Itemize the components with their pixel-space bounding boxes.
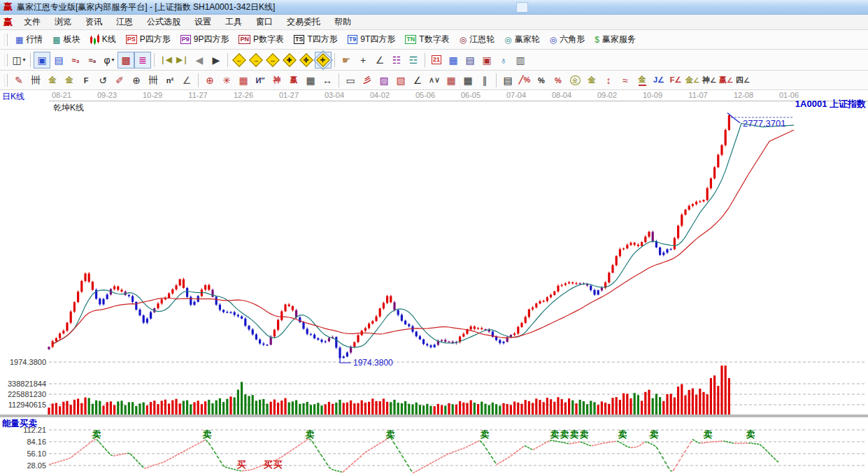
calendar-button[interactable]: 21 bbox=[428, 52, 445, 68]
gold-lines-button[interactable]: 金 bbox=[583, 72, 600, 89]
kline-button[interactable]: K线 bbox=[85, 31, 121, 48]
chart-canvas[interactable]: 08-2109-2310-2911-2712-2601-2703-0404-02… bbox=[0, 90, 868, 476]
sectors-button[interactable]: ▩板块 bbox=[48, 31, 85, 48]
pane-splitter[interactable] bbox=[0, 414, 868, 417]
menu-item-设置[interactable]: 设置 bbox=[187, 14, 218, 30]
zoom-horizontal-button[interactable]: ↔ bbox=[264, 52, 281, 68]
menu-item-交易委托[interactable]: 交易委托 bbox=[280, 14, 327, 30]
toolbar-grip[interactable] bbox=[4, 54, 8, 66]
f10-info-button[interactable]: ▤ bbox=[50, 52, 67, 68]
9t-square-button[interactable]: T99T四方形 bbox=[343, 31, 401, 48]
winner-service-button[interactable]: $赢家服务 bbox=[590, 31, 641, 48]
menu-item-工具[interactable]: 工具 bbox=[218, 14, 249, 30]
zigzag-tool-button[interactable]: ∧∨ bbox=[426, 72, 443, 89]
grid-dense-button[interactable]: ▦ bbox=[460, 72, 476, 89]
p-number-table-button[interactable]: PNP数字表 bbox=[234, 31, 289, 48]
f-angle-button[interactable]: F∠ bbox=[667, 72, 684, 89]
box-frame-button[interactable]: ▭ bbox=[342, 72, 359, 89]
titlebar-mini-button[interactable] bbox=[516, 2, 528, 13]
gold-under-red-button[interactable]: 金 bbox=[634, 72, 650, 89]
next-bar-button[interactable]: ▶ bbox=[208, 52, 225, 68]
gann-circle-button[interactable]: ⊕ bbox=[128, 72, 145, 89]
fractal-tool-button[interactable]: ☲ bbox=[405, 52, 422, 68]
shift-right-button[interactable]: → bbox=[248, 52, 264, 68]
gold-angle-button[interactable]: 金∠ bbox=[684, 72, 701, 89]
ying-tool-button[interactable]: 赢 bbox=[285, 72, 302, 89]
fan-box-purple-button[interactable]: ▨ bbox=[376, 72, 392, 89]
angle-mirror-button[interactable]: ∠ bbox=[178, 72, 195, 89]
draw-pencil-button[interactable]: ✎ bbox=[10, 72, 27, 89]
grid-123-button[interactable]: ▦ bbox=[302, 72, 319, 89]
hist-ruler-button[interactable]: ▤ bbox=[499, 72, 516, 89]
gann-grid-red-button[interactable]: ▦ bbox=[235, 72, 252, 89]
fit-all-button[interactable]: ✛ bbox=[315, 52, 332, 68]
angle-measure-tool-button[interactable]: ∠ bbox=[371, 52, 388, 68]
quotes-button[interactable]: ▦行情 bbox=[10, 31, 48, 48]
ray-lines-button[interactable]: ∠ bbox=[409, 72, 426, 89]
fan-box-red-button[interactable]: ▧ bbox=[392, 72, 409, 89]
percent-line-button[interactable]: ╱% bbox=[516, 72, 533, 89]
fan-lines-red-button[interactable]: 彡 bbox=[359, 72, 376, 89]
fib-divider-button[interactable]: F bbox=[78, 72, 94, 89]
candle-type-dropdown-button[interactable]: φ▾ bbox=[101, 52, 118, 68]
percent-red-button[interactable]: % bbox=[550, 72, 567, 89]
j-angle-button[interactable]: J∠ bbox=[650, 72, 667, 89]
last-bar-button[interactable]: ▶❘ bbox=[174, 52, 191, 68]
bar-counter-button[interactable]: 卌 bbox=[145, 72, 162, 89]
gold-needle-button[interactable]: ↕ bbox=[600, 72, 617, 89]
n-square-button[interactable]: n² bbox=[162, 72, 178, 89]
volume-profile-button[interactable]: ≣ bbox=[134, 52, 151, 68]
time-divider-button[interactable]: 卌 bbox=[27, 72, 44, 89]
candle-period-dropdown-button[interactable]: ◫▾ bbox=[10, 52, 27, 68]
wave-9-button[interactable]: ≈₉ bbox=[84, 52, 101, 68]
star-grid-button[interactable]: ✳ bbox=[218, 72, 235, 89]
circle-cross-red-button[interactable]: ⊕ bbox=[201, 72, 218, 89]
first-bar-button[interactable]: ❘◀ bbox=[157, 52, 174, 68]
t-number-table-button[interactable]: TNT数字表 bbox=[400, 31, 454, 48]
n-quote-button[interactable]: И″ bbox=[252, 72, 269, 89]
gann-wheel-button[interactable]: ◎江恩轮 bbox=[455, 31, 499, 48]
parallel-lines-button[interactable]: ∥ bbox=[476, 72, 493, 89]
crosshair-tool-button[interactable]: + bbox=[355, 52, 371, 68]
hexagon-button[interactable]: ◎六角形 bbox=[545, 31, 590, 48]
ying-angle-button[interactable]: 赢∠ bbox=[718, 72, 734, 89]
gold-divider-1-button[interactable]: 金 bbox=[44, 72, 61, 89]
p-square-button[interactable]: PSP四方形 bbox=[121, 31, 176, 48]
spiral-tool-button[interactable]: ↺ bbox=[94, 72, 111, 89]
notepad-button[interactable]: ▤ bbox=[462, 52, 478, 68]
menu-item-文件[interactable]: 文件 bbox=[17, 14, 48, 30]
grid-dense-red-button[interactable]: ▦ bbox=[443, 72, 460, 89]
web-update-button[interactable]: ♁ bbox=[495, 52, 512, 68]
t-square-button[interactable]: TST四方形 bbox=[289, 31, 343, 48]
menu-item-浏览[interactable]: 浏览 bbox=[48, 14, 78, 30]
menu-item-江恩[interactable]: 江恩 bbox=[109, 14, 140, 30]
wave-3-button[interactable]: ≈₃ bbox=[67, 52, 84, 68]
gold-circle-button[interactable]: 金 bbox=[567, 72, 583, 89]
compress-bars-button[interactable]: ✜ bbox=[298, 52, 315, 68]
toolbar-grip[interactable] bbox=[4, 74, 8, 87]
gann-box-tool-button[interactable]: ☷ bbox=[388, 52, 405, 68]
calculator-button[interactable]: ▦ bbox=[445, 52, 462, 68]
shen-tool-button[interactable]: 神 bbox=[269, 72, 285, 89]
menu-item-公式选股[interactable]: 公式选股 bbox=[140, 14, 187, 30]
toolbar-grip[interactable] bbox=[4, 34, 8, 46]
save-button[interactable]: ▣ bbox=[478, 52, 495, 68]
width-measure-button[interactable]: ↔ bbox=[319, 72, 336, 89]
gold-divider-2-button[interactable]: 金 bbox=[61, 72, 78, 89]
shift-left-button[interactable]: ← bbox=[231, 52, 248, 68]
wave-gold-button[interactable]: ≈ bbox=[617, 72, 634, 89]
region-map-button[interactable]: ▩ bbox=[118, 52, 134, 68]
pencil-ruler-button[interactable]: ✐ bbox=[111, 72, 128, 89]
menu-item-窗口[interactable]: 窗口 bbox=[249, 14, 280, 30]
9p-square-button[interactable]: P99P四方形 bbox=[176, 31, 234, 48]
four-angle-button[interactable]: 四∠ bbox=[734, 72, 751, 89]
zoom-chart-button[interactable]: ▣ bbox=[34, 52, 50, 68]
hand-tool-button[interactable]: ☛ bbox=[338, 52, 355, 68]
menu-item-帮助[interactable]: 帮助 bbox=[327, 14, 358, 30]
menu-item-资讯[interactable]: 资讯 bbox=[78, 14, 109, 30]
percent-button[interactable]: % bbox=[533, 72, 550, 89]
winner-wheel-button[interactable]: ◎赢家轮 bbox=[499, 31, 544, 48]
print-setup-button[interactable]: ▥ bbox=[512, 52, 529, 68]
expand-bars-button[interactable]: ✚ bbox=[281, 52, 298, 68]
prev-bar-button[interactable]: ◀ bbox=[191, 52, 208, 68]
